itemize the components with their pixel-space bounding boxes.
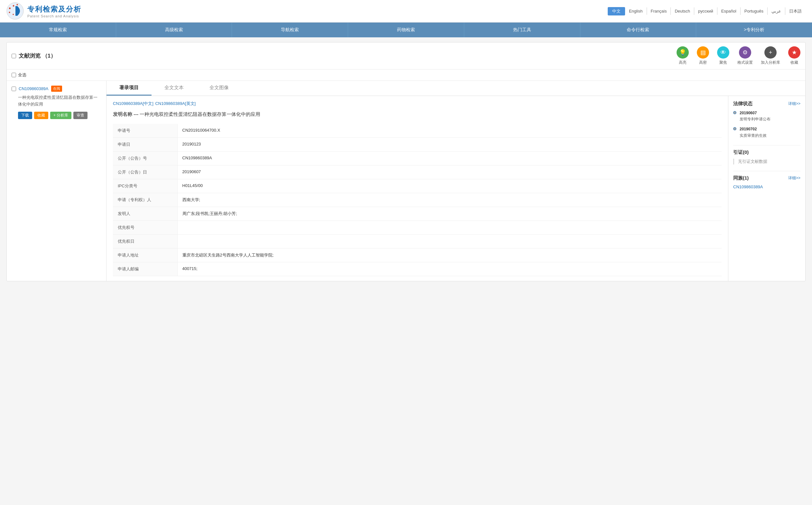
action-btn-格式设置[interactable]: ⚙格式设置 xyxy=(737,46,753,65)
field-label: 发明人 xyxy=(113,207,177,221)
action-btn-聚焦[interactable]: 👁聚焦 xyxy=(717,46,729,65)
patent-link-en[interactable]: CN109860389A[英文] xyxy=(155,101,196,106)
field-label: 优先权号 xyxy=(113,221,177,235)
browse-header: 文献浏览 （1） 💡高亮▤高密👁聚焦⚙格式设置+加入分析库★收藏 xyxy=(7,42,805,69)
action-label-收藏: 收藏 xyxy=(790,60,798,65)
review-button[interactable]: 审查 xyxy=(73,112,87,119)
action-btn-高亮[interactable]: 💡高亮 xyxy=(676,46,689,65)
action-btn-高密[interactable]: ▤高密 xyxy=(697,46,709,65)
collect-button[interactable]: 收藏 xyxy=(34,112,48,119)
sidebar-divider-2 xyxy=(733,171,800,171)
lang-item-français[interactable]: Français xyxy=(647,7,671,15)
patent-buttons: 下载 收藏 + 分析库 审查 xyxy=(18,112,101,119)
table-row: 申请（专利权）人西南大学; xyxy=(113,193,722,207)
logo-text: 专利检索及分析 Patent Search and Analysis xyxy=(27,4,81,18)
invention-title-prefix: 发明名称 --- xyxy=(113,111,140,117)
table-row: 公开（公告）号CN109860389A xyxy=(113,152,722,165)
action-label-高亮: 高亮 xyxy=(679,60,687,65)
timeline-dot xyxy=(733,127,736,130)
action-icon-高亮: 💡 xyxy=(676,46,689,58)
action-icon-高密: ▤ xyxy=(697,46,709,58)
lang-item-deutsch[interactable]: Deutsch xyxy=(671,7,694,15)
lang-item-عربي[interactable]: عربي xyxy=(768,7,785,15)
action-label-格式设置: 格式设置 xyxy=(737,60,753,65)
family-link-item[interactable]: CN109860389A xyxy=(733,184,800,189)
lang-item-русский[interactable]: русский xyxy=(694,7,718,15)
field-label: 申请人邮编 xyxy=(113,262,177,276)
lang-item-español[interactable]: Español xyxy=(718,7,741,15)
browse-header-checkbox[interactable] xyxy=(12,54,16,58)
timeline-date: 20190702 xyxy=(740,127,757,131)
left-panel: CN109860389A 在阅 一种光电双控柔性蛋清忆阻器在数据存算一体化中的应… xyxy=(7,81,106,281)
select-all-checkbox[interactable] xyxy=(12,73,16,77)
field-label: 申请（专利权）人 xyxy=(113,193,177,207)
doc-browse-section: 文献浏览 （1） 💡高亮▤高密👁聚焦⚙格式设置+加入分析库★收藏 全选 CN10… xyxy=(6,42,806,281)
action-label-加入分析库: 加入分析库 xyxy=(761,60,780,65)
action-icon-加入分析库: + xyxy=(764,46,777,58)
field-label: 申请人地址 xyxy=(113,248,177,262)
logo-area: ★ ★ ★ ★ ★ 专利检索及分析 Patent Search and Anal… xyxy=(6,2,81,20)
patent-detail: CN109860389A[中文] CN109860389A[英文] 发明名称 -… xyxy=(106,96,728,281)
add-analysis-button[interactable]: + 分析库 xyxy=(50,112,71,119)
browse-actions: 💡高亮▤高密👁聚焦⚙格式设置+加入分析库★收藏 xyxy=(676,46,800,65)
lang-item-português[interactable]: Português xyxy=(741,7,768,15)
timeline-content: 20190607发明专利申请公布 xyxy=(740,110,771,122)
svg-text:★: ★ xyxy=(12,4,15,7)
nav-item-热门工具[interactable]: 热门工具 xyxy=(464,22,580,37)
select-all-label: 全选 xyxy=(18,72,26,78)
main-nav: 常规检索高级检索导航检索药物检索热门工具命令行检索>专利分析 xyxy=(0,22,812,37)
action-btn-收藏[interactable]: ★收藏 xyxy=(788,46,800,65)
field-value: 20190607 xyxy=(177,165,722,179)
table-row: 申请人邮编400715; xyxy=(113,262,722,276)
patent-item-header: CN109860389A 在阅 xyxy=(12,86,101,92)
family-header: 同族(1) 详细>> xyxy=(733,175,800,181)
timeline-event: 实质审查的生效 xyxy=(740,133,767,138)
family-detail-link[interactable]: 详细>> xyxy=(788,175,800,181)
tab-bibliographic[interactable]: 著录项目 xyxy=(106,81,152,96)
action-label-高密: 高密 xyxy=(699,60,707,65)
patent-item-checkbox[interactable] xyxy=(12,87,16,91)
field-label: IPC分类号 xyxy=(113,179,177,193)
nav-item-常规检索[interactable]: 常规检索 xyxy=(0,22,116,37)
nav-item->专利分析[interactable]: >专利分析 xyxy=(696,22,812,37)
field-label: 优先权日 xyxy=(113,235,177,248)
field-value xyxy=(177,221,722,235)
header: ★ ★ ★ ★ ★ 专利检索及分析 Patent Search and Anal… xyxy=(0,0,812,22)
legal-status-detail-link[interactable]: 详细>> xyxy=(788,101,800,107)
timeline-item: 20190607发明专利申请公布 xyxy=(733,110,800,122)
action-btn-加入分析库[interactable]: +加入分析库 xyxy=(761,46,780,65)
nav-item-高级检索[interactable]: 高级检索 xyxy=(116,22,232,37)
patent-description: 一种光电双控柔性蛋清忆阻器在数据存算一体化中的应用 xyxy=(18,94,101,108)
family-items: CN109860389A xyxy=(733,184,800,189)
family-title: 同族(1) xyxy=(733,175,749,181)
patent-id-link[interactable]: CN109860389A xyxy=(19,86,49,91)
nav-item-药物检索[interactable]: 药物检索 xyxy=(348,22,464,37)
patent-link-cn[interactable]: CN109860389A[中文] xyxy=(113,101,154,106)
svg-text:★: ★ xyxy=(12,13,14,15)
timeline-content: 20190702实质审查的生效 xyxy=(740,126,767,138)
table-row: IPC分类号H01L45/00 xyxy=(113,179,722,193)
nav-item-导航检索[interactable]: 导航检索 xyxy=(232,22,348,37)
patent-reading-badge: 在阅 xyxy=(51,86,62,92)
field-value xyxy=(177,235,722,248)
legal-status-header: 法律状态 详细>> xyxy=(733,101,800,107)
field-value: 周广东;段书凯;王丽丹;胡小芳; xyxy=(177,207,722,221)
timeline-date: 20190607 xyxy=(740,111,757,115)
lang-item-中文[interactable]: 中文 xyxy=(608,7,625,15)
download-button[interactable]: 下载 xyxy=(18,112,32,119)
lang-item-english[interactable]: English xyxy=(625,7,647,15)
nav-item-命令行检索[interactable]: 命令行检索 xyxy=(580,22,697,37)
field-value: CN109860389A xyxy=(177,152,722,165)
tab-fulltext[interactable]: 全文文本 xyxy=(152,81,197,96)
svg-text:★: ★ xyxy=(16,3,18,6)
sidebar-divider-1 xyxy=(733,145,800,146)
tab-fullimage[interactable]: 全文图像 xyxy=(197,81,242,96)
tab-content-area: CN109860389A[中文] CN109860389A[英文] 发明名称 -… xyxy=(106,96,805,281)
invention-title: 发明名称 --- 一种光电双控柔性蛋清忆阻器在数据存算一体化中的应用 xyxy=(113,111,722,118)
citations-section: 引证(0) 无引证文献数据 xyxy=(733,149,800,164)
table-row: 申请人地址重庆市北碚区天生路2号西南大学人人工智能学院; xyxy=(113,248,722,262)
svg-text:★: ★ xyxy=(8,6,11,10)
lang-item-日本語[interactable]: 日本語 xyxy=(785,7,806,15)
action-icon-聚焦: 👁 xyxy=(717,46,729,58)
table-row: 申请日20190123 xyxy=(113,138,722,152)
